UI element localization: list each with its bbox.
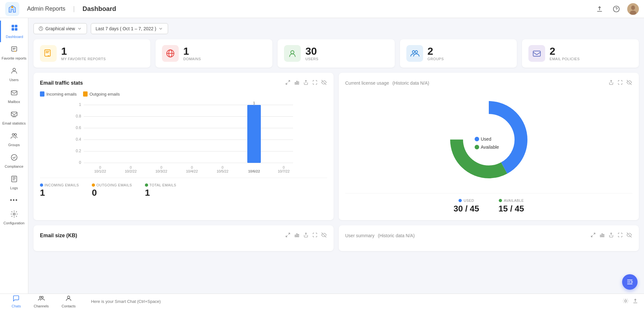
user-summary-fullscreen-icon[interactable] xyxy=(617,232,623,239)
main-layout: Dashboard Favorite reports Users xyxy=(0,18,644,294)
tab-channels[interactable]: Channels xyxy=(27,294,55,309)
email-size-bar-icon[interactable] xyxy=(294,232,300,239)
tab-chats[interactable]: Chats xyxy=(5,294,27,309)
svg-point-24 xyxy=(415,51,418,53)
stat-number-users: 30 xyxy=(305,46,318,56)
svg-rect-25 xyxy=(533,51,541,56)
chart-stats: INCOMING EMAILS 1 OUTGOING EMAILS 0 xyxy=(40,178,327,198)
graphical-view-button[interactable]: Graphical view xyxy=(33,23,87,34)
available-label: AVAILABLE xyxy=(504,199,524,202)
license-fullscreen-icon[interactable] xyxy=(617,79,623,87)
mailbox-icon xyxy=(10,89,18,98)
sidebar-item-groups[interactable]: Groups xyxy=(0,129,28,150)
svg-point-22 xyxy=(291,51,294,54)
sidebar-item-configuration[interactable]: Configuration xyxy=(0,207,28,229)
email-size-actions xyxy=(285,232,327,239)
svg-text:0.2: 0.2 xyxy=(76,149,81,153)
license-title: Current license usage (Historic data N/A… xyxy=(345,80,429,86)
header-icons xyxy=(594,3,639,15)
fullscreen-icon[interactable] xyxy=(312,79,318,87)
hide-icon[interactable] xyxy=(321,79,327,87)
svg-text:0.6: 0.6 xyxy=(76,126,81,130)
fab-button[interactable] xyxy=(622,274,638,290)
sidebar: Dashboard Favorite reports Users xyxy=(0,18,28,294)
stat-label-groups: GROUPS xyxy=(428,57,444,61)
sidebar-label-mailbox: Mailbox xyxy=(8,100,20,104)
top-header: Admin Reports | Dashboard xyxy=(0,0,644,18)
email-size-hide-icon[interactable] xyxy=(321,232,327,239)
sidebar-item-users[interactable]: Users xyxy=(0,64,28,85)
bottom-bar-upload-icon[interactable] xyxy=(632,297,639,306)
help-button[interactable] xyxy=(611,3,622,15)
available-dot xyxy=(499,199,502,202)
sidebar-item-dashboard[interactable]: Dashboard xyxy=(0,21,28,42)
user-summary-bar-icon[interactable] xyxy=(599,232,605,239)
svg-rect-11 xyxy=(11,91,17,95)
email-size-expand-icon[interactable] xyxy=(285,232,291,239)
svg-rect-9 xyxy=(12,47,17,51)
favorite-icon xyxy=(10,45,18,55)
svg-rect-7 xyxy=(12,28,14,31)
share-icon[interactable] xyxy=(303,79,309,87)
tab-contacts[interactable]: Contacts xyxy=(55,294,82,309)
upload-button[interactable] xyxy=(594,3,605,15)
license-hide-icon[interactable] xyxy=(626,79,632,87)
users-stat-icon xyxy=(284,45,301,62)
svg-point-14 xyxy=(14,134,16,136)
expand-icon[interactable] xyxy=(285,79,291,87)
sidebar-item-logs[interactable]: Logs xyxy=(0,172,28,193)
stat-info-groups: 2 GROUPS xyxy=(428,46,444,61)
svg-text:0: 0 xyxy=(222,165,223,169)
svg-point-72 xyxy=(625,300,627,302)
total-emails-label: TOTAL EMAILS xyxy=(149,183,176,187)
bottom-bar-settings-icon[interactable] xyxy=(622,297,629,306)
sidebar-item-favorite[interactable]: Favorite reports xyxy=(0,42,28,64)
donut-chart-container: Used Available xyxy=(345,91,632,188)
license-share-icon[interactable] xyxy=(608,79,614,87)
svg-text:Available: Available xyxy=(481,145,499,150)
email-size-share-icon[interactable] xyxy=(303,232,309,239)
sidebar-item-compliance[interactable]: Compliance xyxy=(0,150,28,172)
logs-icon xyxy=(10,175,18,185)
stat-card-email-policies: 2 EMAIL POLICIES xyxy=(522,39,639,68)
channels-tab-label: Channels xyxy=(34,304,49,308)
chart-stat-total: TOTAL EMAILS 1 xyxy=(145,183,176,198)
user-summary-expand-icon[interactable] xyxy=(590,232,596,239)
svg-rect-5 xyxy=(12,25,14,27)
outgoing-dot xyxy=(92,183,95,187)
stat-label-email-policies: EMAIL POLICIES xyxy=(550,57,580,61)
date-range-button[interactable]: Last 7 days ( Oct 1 – 7, 2022 ) xyxy=(91,23,168,34)
svg-rect-67 xyxy=(602,234,603,237)
incoming-emails-label: INCOMING EMAILS xyxy=(44,183,79,187)
toolbar: Graphical view Last 7 days ( Oct 1 – 7, … xyxy=(33,23,639,34)
user-summary-share-icon[interactable] xyxy=(608,232,614,239)
sidebar-item-more[interactable]: ••• xyxy=(0,194,28,207)
sidebar-label-email-stats: Email statistics xyxy=(2,121,26,126)
graphical-view-label: Graphical view xyxy=(45,26,75,31)
stat-card-users: 30 USERS xyxy=(278,39,394,68)
charts-row: Email traffic stats xyxy=(33,73,639,220)
email-size-header: Email size (KB) xyxy=(40,232,327,239)
bar-chart-icon[interactable] xyxy=(294,79,300,87)
sidebar-item-mailbox[interactable]: Mailbox xyxy=(0,86,28,107)
email-size-fullscreen-icon[interactable] xyxy=(312,232,318,239)
chats-tab-label: Chats xyxy=(12,304,21,308)
legend-bar-incoming xyxy=(40,91,44,97)
content-area: Graphical view Last 7 days ( Oct 1 – 7, … xyxy=(28,18,644,294)
svg-rect-66 xyxy=(600,235,601,237)
smart-chat-input[interactable] xyxy=(87,296,617,306)
user-summary-hide-icon[interactable] xyxy=(626,232,632,239)
svg-text:1: 1 xyxy=(253,102,255,105)
sidebar-label-logs: Logs xyxy=(10,186,18,190)
contacts-tab-icon xyxy=(65,295,72,304)
svg-text:10/1/22: 10/1/22 xyxy=(94,169,106,173)
available-value: 15 / 45 xyxy=(498,204,524,214)
svg-text:0: 0 xyxy=(160,165,162,169)
chart-stat-outgoing: OUTGOING EMAILS 0 xyxy=(92,183,132,198)
legend-label-incoming: Incoming emails xyxy=(46,92,77,97)
svg-text:10/4/22: 10/4/22 xyxy=(186,169,198,173)
svg-rect-8 xyxy=(15,28,17,31)
svg-point-0 xyxy=(11,6,13,8)
user-avatar[interactable] xyxy=(627,3,639,15)
sidebar-item-email-stats[interactable]: Email statistics xyxy=(0,107,28,129)
